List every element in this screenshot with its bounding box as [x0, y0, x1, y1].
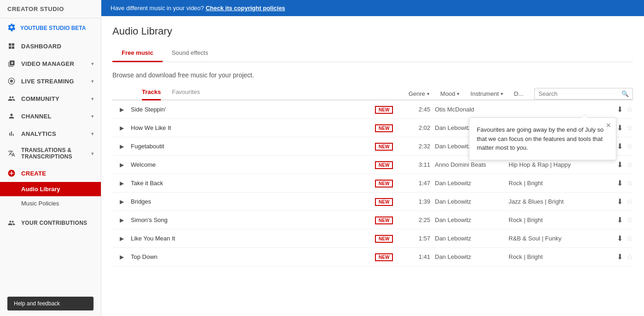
favourite-icon[interactable]: ☆ — [626, 179, 633, 187]
live-streaming-chevron: ▾ — [91, 79, 94, 84]
filter-instrument[interactable]: Instrument ▾ — [470, 90, 503, 97]
favourite-icon[interactable]: ☆ — [626, 234, 633, 243]
table-row[interactable]: ▶ Take it Back NEW 1:47 Dan Lebowitz Roc… — [112, 174, 633, 193]
play-button[interactable]: ▶ — [112, 125, 131, 131]
table-row[interactable]: ▶ Simon's Song NEW 2:25 Dan Lebowitz Roc… — [112, 211, 633, 229]
analytics-label: ANALYTICS — [21, 130, 56, 137]
download-icon[interactable]: ⬇ — [617, 197, 623, 206]
tab-free-music[interactable]: Free music — [112, 45, 163, 62]
track-title: Fugetaboutit — [131, 143, 375, 150]
filter-genre[interactable]: Genre ▾ — [409, 90, 429, 97]
download-icon[interactable]: ⬇ — [617, 234, 623, 243]
play-button[interactable]: ▶ — [112, 217, 131, 223]
mood-arrow: ▾ — [457, 91, 459, 96]
play-button[interactable]: ▶ — [112, 254, 131, 260]
tab-favourites[interactable]: Favourites — [172, 88, 200, 99]
track-artist: Dan Lebowitz — [435, 180, 509, 187]
sidebar-item-live-streaming[interactable]: LIVE STREAMING ▾ — [0, 72, 101, 90]
banner-link[interactable]: Check its copyright policies — [205, 5, 285, 12]
track-title: Side Steppin' — [131, 106, 375, 113]
favourite-icon[interactable]: ☆ — [626, 197, 633, 206]
analytics-icon — [7, 129, 16, 138]
favourite-icon[interactable]: ☆ — [626, 216, 633, 224]
play-button[interactable]: ▶ — [112, 106, 131, 113]
channel-label: CHANNEL — [21, 113, 52, 120]
track-title: Simon's Song — [131, 217, 375, 223]
download-icon[interactable]: ⬇ — [617, 142, 623, 151]
sidebar-item-video-manager[interactable]: VIDEO MANAGER ▾ — [0, 55, 101, 72]
youtube-studio-label: YOUTUBE STUDIO BETA — [20, 25, 86, 31]
favourite-icon[interactable]: ☆ — [626, 105, 633, 114]
new-badge: NEW — [375, 106, 407, 113]
sidebar-item-community[interactable]: COMMUNITY ▾ — [0, 90, 101, 107]
table-row[interactable]: ▶ Like You Mean It NEW 1:57 Dan Lebowitz… — [112, 229, 633, 248]
instrument-arrow: ▾ — [501, 91, 503, 96]
download-icon[interactable]: ⬇ — [617, 160, 623, 169]
sidebar-subitem-music-policies[interactable]: Music Policies — [0, 196, 101, 211]
community-icon — [7, 94, 16, 103]
download-icon[interactable]: ⬇ — [617, 216, 623, 224]
community-label: COMMUNITY — [21, 95, 59, 102]
play-button[interactable]: ▶ — [112, 162, 131, 168]
create-icon — [7, 169, 16, 177]
gear-icon — [7, 23, 16, 33]
track-actions: ⬇ ☆ — [601, 160, 633, 169]
track-genre: Rock | Bright — [509, 180, 601, 187]
video-manager-chevron: ▾ — [91, 61, 94, 66]
tooltip-close-button[interactable]: ✕ — [606, 122, 611, 129]
new-badge: NEW — [375, 253, 407, 260]
sidebar-item-channel[interactable]: CHANNEL ▾ — [0, 107, 101, 125]
main-content: Have different music in your video? Chec… — [101, 0, 644, 316]
sidebar-item-analytics[interactable]: ANALYTICS ▾ — [0, 125, 101, 142]
content-area: Audio Library Free music Sound effects B… — [101, 16, 644, 316]
new-badge: NEW — [375, 180, 407, 187]
filter-duration[interactable]: D... — [514, 90, 523, 97]
play-button[interactable]: ▶ — [112, 199, 131, 205]
track-title: Top Down — [131, 253, 375, 260]
help-feedback-button[interactable]: Help and feedback — [7, 297, 94, 310]
favourite-icon[interactable]: ☆ — [626, 160, 633, 169]
download-icon[interactable]: ⬇ — [617, 252, 623, 261]
new-badge: NEW — [375, 124, 407, 131]
tooltip-text: Favourites are going away by the end of … — [477, 125, 609, 152]
table-row[interactable]: ▶ Side Steppin' NEW 2:45 Otis McDonald ⬇… — [112, 100, 633, 119]
sidebar-item-translations[interactable]: TRANSLATIONS & TRANSCRIPTIONS ▾ — [0, 142, 101, 164]
download-icon[interactable]: ⬇ — [617, 179, 623, 187]
search-icon: 🔍 — [621, 90, 629, 97]
download-icon[interactable]: ⬇ — [617, 123, 623, 132]
tab-sound-effects[interactable]: Sound effects — [163, 45, 217, 62]
track-title: How We Like It — [131, 124, 375, 131]
track-duration: 2:02 — [407, 124, 435, 131]
sidebar-item-dashboard[interactable]: DASHBOARD — [0, 37, 101, 55]
mood-label: Mood — [440, 90, 456, 97]
contributions-icon — [7, 219, 16, 227]
filter-mood[interactable]: Mood ▾ — [440, 90, 460, 97]
track-title: Welcome — [131, 161, 375, 168]
tab-tracks[interactable]: Tracks — [142, 88, 161, 100]
track-title: Like You Mean It — [131, 235, 375, 242]
track-artist: Anno Domini Beats — [435, 161, 509, 168]
play-button[interactable]: ▶ — [112, 235, 131, 242]
track-genre: Rock | Bright — [509, 253, 601, 260]
sidebar-item-contributions[interactable]: YOUR CONTRIBUTIONS — [0, 214, 101, 232]
track-actions: ⬇ ☆ — [601, 105, 633, 114]
download-icon[interactable]: ⬇ — [617, 105, 623, 114]
favourite-icon[interactable]: ☆ — [626, 142, 633, 151]
sidebar-item-create[interactable]: CREATE — [0, 164, 101, 182]
translations-icon — [7, 149, 16, 158]
search-input[interactable] — [539, 90, 621, 97]
table-row[interactable]: ▶ Bridges NEW 1:39 Dan Lebowitz Jazz & B… — [112, 193, 633, 211]
sidebar-subitem-audio-library[interactable]: Audio Library — [0, 182, 101, 196]
track-title: Bridges — [131, 198, 375, 205]
genre-label: Genre — [409, 90, 425, 97]
track-duration: 1:47 — [407, 180, 435, 187]
play-button[interactable]: ▶ — [112, 143, 131, 150]
youtube-studio-beta-link[interactable]: YOUTUBE STUDIO BETA — [0, 18, 101, 37]
new-badge: NEW — [375, 235, 407, 242]
top-banner: Have different music in your video? Chec… — [101, 0, 644, 16]
favourite-icon[interactable]: ☆ — [626, 252, 633, 261]
favourite-icon[interactable]: ☆ — [626, 123, 633, 132]
new-badge: NEW — [375, 198, 407, 205]
play-button[interactable]: ▶ — [112, 180, 131, 187]
table-row[interactable]: ▶ Top Down NEW 1:41 Dan Lebowitz Rock | … — [112, 248, 633, 266]
